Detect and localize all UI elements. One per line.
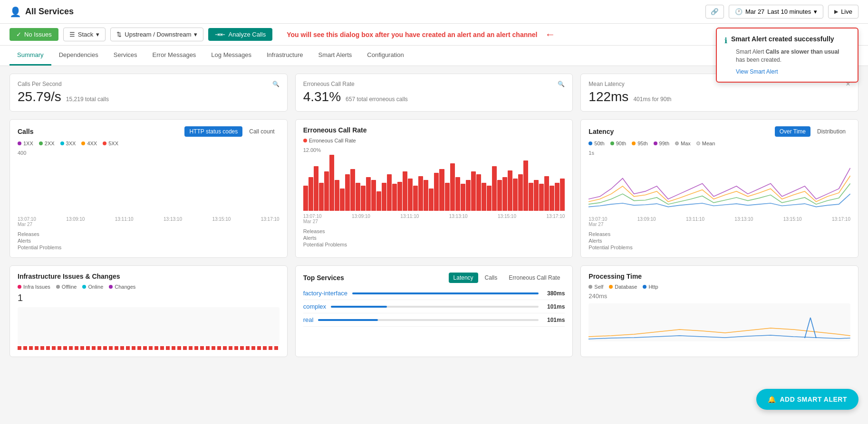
service-bar [331, 306, 387, 308]
search-icon[interactable]: 🔍 [558, 81, 565, 87]
distribution-button[interactable]: Distribution [812, 126, 850, 137]
call-count-button[interactable]: Call count [244, 126, 279, 137]
infra-count: 1 [18, 292, 280, 303]
tab-services[interactable]: Services [106, 46, 145, 66]
potential-problems-label: Potential Problems [18, 244, 280, 251]
service-value: 380ms [543, 290, 565, 297]
cps-value-row: 25.79/s 15,219 total calls [18, 89, 280, 104]
latency-y-max: 1s [588, 150, 850, 156]
http-status-codes-button[interactable]: HTTP status codes [184, 126, 242, 137]
ml-label: Mean Latency [588, 81, 624, 87]
legend-5xx: 5XX [103, 141, 118, 146]
tab-error-messages[interactable]: Error Messages [145, 46, 204, 66]
tab-summary[interactable]: Summary [10, 46, 51, 66]
erroneous-timestamps: 13:07:10Mar 27 13:09:10 13:11:10 13:13:1… [303, 214, 565, 224]
erroneous-legend: Erroneous Call Rate [303, 138, 565, 143]
list-item: complex 101ms [303, 300, 565, 313]
legend-offline: Offline [56, 284, 77, 290]
legend-3xx: 3XX [60, 141, 76, 146]
calls-chart-header: Calls HTTP status codes Call count [18, 126, 280, 137]
calls-tab-button[interactable]: Calls [480, 273, 502, 283]
erroneous-tab-button[interactable]: Erroneous Call Rate [504, 273, 565, 283]
date-label: Mar 27 [745, 8, 764, 15]
latency-legend: 50th 90th 95th 99th Max Mean [588, 141, 850, 146]
legend-database: Database [609, 284, 637, 290]
latency-tab-button[interactable]: Latency [449, 273, 478, 283]
tab-dependencies[interactable]: Dependencies [51, 46, 106, 66]
search-icon[interactable]: 🔍 [272, 81, 280, 87]
releases-label: Releases [303, 228, 565, 235]
live-label: Live [841, 8, 852, 15]
smart-alert-popup: ℹ Smart Alert created successfully Smart… [716, 28, 858, 83]
processing-title: Processing Time [588, 273, 642, 280]
upstream-icon: ⇅ [116, 31, 122, 38]
time-range-label: Last 10 minutes [767, 8, 811, 15]
analyze-calls-label: Analyze Calls [228, 31, 266, 38]
cps-label: Calls Per Second [18, 81, 62, 87]
service-bar-wrap [352, 292, 539, 294]
service-value: 101ms [543, 303, 565, 310]
latency-chart-area [588, 158, 850, 215]
no-issues-button[interactable]: ✓ No Issues [10, 28, 58, 41]
service-value: 101ms [543, 317, 565, 323]
cps-sub: 15,219 total calls [66, 96, 109, 103]
service-bar-wrap [318, 319, 539, 321]
proc-legend: Self Database Http [588, 284, 850, 290]
ecr-sub: 657 total erroneous calls [346, 96, 408, 103]
releases-label: Releases [18, 231, 280, 237]
popup-alert-name: Calls are slower than usual [766, 48, 839, 55]
clock-icon: 🕐 [735, 8, 743, 15]
arrow-icon: ← [545, 28, 555, 41]
calls-btn-group: HTTP status codes Call count [184, 126, 279, 137]
latency-chart-card: Latency Over Time Distribution 50th 90th… [580, 119, 858, 258]
upstream-downstream-button[interactable]: ⇅ Upstream / Downstream ▾ [110, 28, 203, 41]
potential-problems-label: Potential Problems [303, 241, 565, 248]
tab-smart-alerts[interactable]: Smart Alerts [311, 46, 360, 66]
metric-label: Erroneous Call Rate 🔍 [303, 81, 565, 87]
popup-title: Smart Alert created successfully [731, 35, 834, 43]
analyze-calls-button[interactable]: ⇥⇤ Analyze Calls [208, 28, 272, 41]
ecr-value-row: 4.31% 657 total erroneous calls [303, 89, 565, 104]
annotation-text: You will see this dialog box after you h… [287, 31, 537, 38]
list-item: real 101ms [303, 313, 565, 327]
releases-label: Releases [588, 231, 850, 237]
link-button[interactable]: 🔗 [705, 5, 724, 19]
service-name[interactable]: complex [303, 303, 326, 310]
tab-infrastructure[interactable]: Infrastructure [259, 46, 311, 66]
popup-body-prefix: Smart Alert [736, 48, 764, 55]
over-time-button[interactable]: Over Time [775, 126, 810, 137]
upstream-downstream-label: Upstream / Downstream [125, 31, 191, 38]
live-button[interactable]: ▶ Live [828, 5, 858, 19]
ml-sub: 401ms for 90th [633, 96, 671, 103]
erroneous-bars [303, 155, 565, 212]
calls-per-second-card: Calls Per Second 🔍 25.79/s 15,219 total … [10, 74, 288, 112]
legend-50th: 50th [588, 141, 604, 146]
service-bar [352, 292, 539, 294]
proc-chart-area [588, 303, 850, 341]
legend-ecr: Erroneous Call Rate [303, 138, 356, 143]
analyze-icon: ⇥⇤ [215, 31, 225, 38]
erroneous-chart-header: Erroneous Call Rate [303, 126, 565, 134]
processing-header: Processing Time [588, 273, 850, 280]
stack-button[interactable]: ☰ Stack ▾ [63, 28, 106, 41]
latency-btn-group: Over Time Distribution [775, 126, 850, 137]
ecr-value: 4.31% [303, 89, 341, 104]
alerts-label: Alerts [303, 235, 565, 241]
chevron-down-icon: ▾ [96, 31, 99, 38]
infra-title: Infrastructure Issues & Changes [18, 273, 120, 280]
service-name[interactable]: factory-interface [303, 290, 347, 297]
calls-legend: 1XX 2XX 3XX 4XX 5XX [18, 141, 280, 146]
view-smart-alert-link[interactable]: View Smart Alert [736, 68, 778, 75]
time-range-button[interactable]: 🕐 Mar 27 Last 10 minutes ▾ [729, 5, 823, 19]
tab-log-messages[interactable]: Log Messages [203, 46, 259, 66]
tab-configuration[interactable]: Configuration [359, 46, 411, 66]
service-name[interactable]: real [303, 316, 314, 323]
calls-chart-area [18, 158, 280, 215]
top-services-header: Top Services Latency Calls Erroneous Cal… [303, 273, 565, 283]
header-right: 🔗 🕐 Mar 27 Last 10 minutes ▾ ▶ Live [705, 5, 858, 19]
alerts-label: Alerts [588, 237, 850, 244]
charts-row: Calls HTTP status codes Call count 1XX 2… [10, 119, 858, 258]
infra-card: Infrastructure Issues & Changes Infra Is… [10, 265, 288, 357]
erroneous-chart-title: Erroneous Call Rate [303, 126, 367, 134]
ecr-y-max: 12.00% [303, 147, 565, 153]
